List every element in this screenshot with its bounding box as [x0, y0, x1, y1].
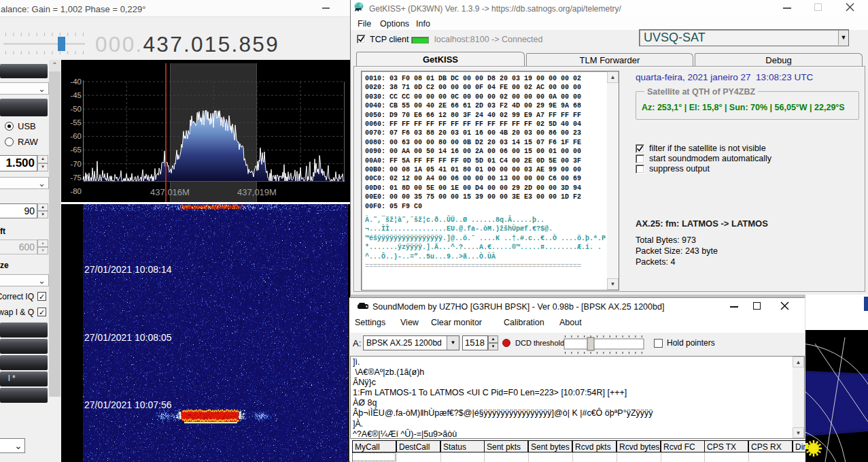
svg-text:-70: -70: [70, 160, 82, 168]
svg-text:-80: -80: [70, 187, 82, 195]
svg-text:-65: -65: [70, 146, 82, 154]
svg-text:437,019M: 437,019M: [237, 187, 277, 197]
svg-text:-50: -50: [70, 105, 82, 113]
svg-text:-45: -45: [70, 91, 82, 99]
svg-text:-55: -55: [70, 118, 82, 127]
svg-text:-40: -40: [70, 78, 82, 86]
svg-text:-60: -60: [70, 132, 82, 140]
svg-text:-75: -75: [70, 174, 82, 182]
svg-text:437,016M: 437,016M: [150, 187, 190, 197]
